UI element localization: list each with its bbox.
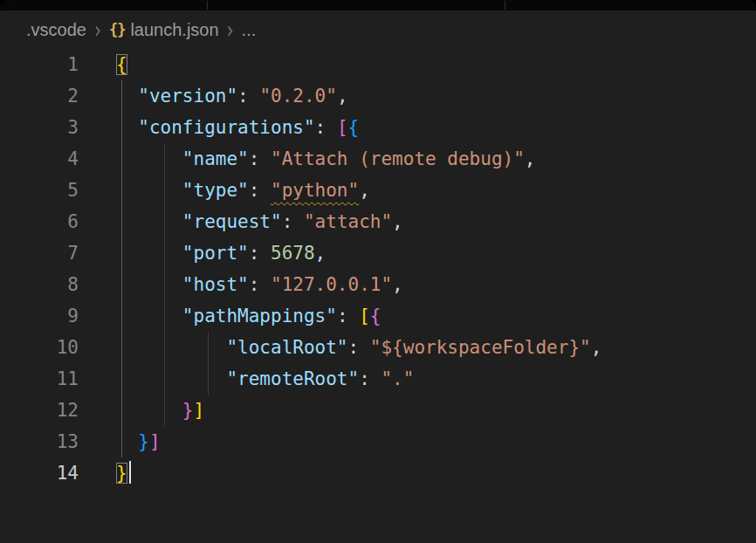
code-line[interactable]: 5 "type": "python", (0, 175, 756, 206)
code-text: }] (79, 395, 204, 426)
code-line[interactable]: 11 "remoteRoot": "." (0, 363, 756, 395)
code-line[interactable]: 9 "pathMappings": [{ (0, 300, 756, 332)
line-number: 1 (0, 49, 79, 80)
code-line[interactable]: 13 }] (0, 426, 756, 457)
code-text: "pathMappings": [{ (79, 300, 381, 332)
line-number: 11 (0, 363, 79, 395)
code-line[interactable]: 2 "version": "0.2.0", (0, 80, 756, 112)
code-text: "configurations": [{ (79, 112, 359, 143)
line-number: 7 (0, 237, 79, 269)
breadcrumb-label: .vscode (26, 20, 86, 40)
breadcrumb-label: launch.json (130, 20, 218, 40)
code-line[interactable]: 8 "host": "127.0.0.1", (0, 269, 756, 300)
line-number: 6 (0, 206, 79, 237)
line-number: 8 (0, 269, 79, 300)
breadcrumb-item[interactable]: ... (242, 20, 257, 40)
line-number: 5 (0, 175, 79, 206)
code-line[interactable]: 10 "localRoot": "${workspaceFolder}", (0, 332, 756, 363)
code-line[interactable]: 3 "configurations": [{ (0, 112, 756, 143)
line-number: 4 (0, 143, 79, 175)
tab-strip[interactable] (0, 0, 756, 10)
warning-squiggle-token: "python" (271, 180, 359, 201)
code-line[interactable]: 1{ (0, 49, 756, 80)
code-line[interactable]: 6 "request": "attach", (0, 206, 756, 237)
line-number: 2 (0, 80, 79, 112)
tab-separator (505, 1, 505, 10)
breadcrumb-label: ... (242, 20, 257, 40)
code-line[interactable]: 12 }] (0, 395, 756, 426)
code-line[interactable]: 7 "port": 5678, (0, 237, 756, 269)
code-text: "port": 5678, (79, 237, 326, 269)
breadcrumb-item[interactable]: .vscode (26, 20, 86, 40)
chevron-right-icon: › (94, 15, 101, 45)
tab-separator (207, 1, 208, 10)
code-text: "host": "127.0.0.1", (79, 269, 403, 300)
chevron-right-icon: › (227, 15, 234, 45)
json-braces-icon: {} (109, 21, 125, 38)
text-cursor (129, 461, 131, 484)
code-text: "version": "0.2.0", (79, 80, 348, 112)
bracket-match-highlight: } (116, 463, 127, 484)
code-text: { (79, 49, 127, 80)
code-lines: 1{2 "version": "0.2.0",3 "configurations… (0, 49, 756, 489)
code-text: }] (79, 426, 161, 457)
breadcrumb-item[interactable]: {}launch.json (109, 20, 219, 40)
line-number: 13 (0, 426, 79, 457)
code-editor[interactable]: 1{2 "version": "0.2.0",3 "configurations… (0, 49, 756, 543)
line-number: 3 (0, 112, 79, 143)
code-text: "localRoot": "${workspaceFolder}", (79, 332, 601, 363)
code-text: "name": "Attach (remote debug)", (79, 143, 535, 175)
code-text: "request": "attach", (79, 206, 403, 237)
code-line[interactable]: 4 "name": "Attach (remote debug)", (0, 143, 756, 175)
line-number: 9 (0, 300, 79, 332)
code-text: "type": "python", (79, 175, 370, 206)
code-text: } (79, 457, 131, 489)
line-number: 10 (0, 332, 79, 363)
code-line[interactable]: 14} (0, 457, 756, 489)
breadcrumb: .vscode›{}launch.json›... (0, 10, 756, 49)
line-number: 12 (0, 395, 79, 426)
bracket-match-highlight: { (116, 54, 127, 75)
vscode-editor-window: .vscode›{}launch.json›... 1{2 "version":… (0, 0, 756, 543)
code-text: "remoteRoot": "." (79, 363, 414, 395)
line-number: 14 (0, 457, 79, 489)
